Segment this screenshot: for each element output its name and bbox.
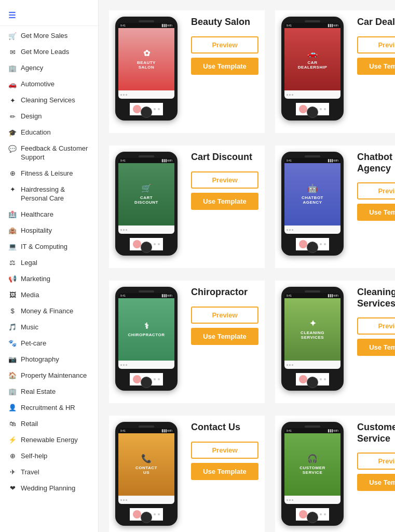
preview-button-cleaning-services[interactable]: Preview	[357, 317, 395, 335]
sidebar-item-get-more-sales[interactable]: 🛒 Get More Sales	[0, 28, 98, 44]
preview-button-beauty-salon[interactable]: Preview	[191, 36, 258, 54]
sidebar-item-education[interactable]: 🎓 Education	[0, 125, 98, 141]
sidebar-item-media[interactable]: 🖼 Media	[0, 287, 98, 303]
phone-icon-customer-service: 🎧	[307, 454, 318, 463]
nav-dot-2	[123, 499, 125, 501]
sidebar-icon-legal: ⚖	[8, 259, 17, 268]
phone-nav-beauty-salon	[118, 90, 174, 99]
use-template-button-chiropractor[interactable]: Use Template	[191, 328, 258, 345]
use-template-button-beauty-salon[interactable]: Use Template	[191, 58, 258, 75]
sidebar-item-agency[interactable]: 🏢 Agency	[0, 60, 98, 76]
phone-content-cart-discount: 🛒 CARTDISCOUNT	[118, 163, 174, 225]
sidebar-icon-automotive: 🚗	[8, 81, 17, 89]
use-template-button-chatbot-agency[interactable]: Use Template	[357, 204, 395, 221]
dot-3	[158, 378, 160, 380]
phone-avatar-beauty-salon	[133, 105, 141, 113]
preview-button-customer-service[interactable]: Preview	[357, 453, 395, 470]
nav-dot-2	[123, 94, 125, 96]
dot-active	[311, 243, 314, 245]
use-template-button-car-dealership[interactable]: Use Template	[357, 58, 395, 75]
nav-dot-1	[120, 499, 122, 501]
preview-button-chiropractor[interactable]: Preview	[191, 307, 258, 324]
sidebar-item-travel[interactable]: ✈ Travel	[0, 464, 98, 481]
sidebar-item-cleaning-services[interactable]: ✦ Cleaning Services	[0, 92, 98, 109]
use-template-button-customer-service[interactable]: Use Template	[357, 474, 395, 491]
phone-statusbar-cleaning-services: 9:41 ▐▐▐ WiFi	[284, 293, 340, 298]
sidebar-label-automotive: Automotive	[21, 80, 90, 89]
sidebar-item-design[interactable]: ✏ Design	[0, 109, 98, 125]
sidebar-item-it-computing[interactable]: 💻 IT & Computing	[0, 239, 98, 255]
template-title-car-dealership: Car Dealership	[357, 17, 395, 28]
card-right-customer-service: Customer Service Preview Use Template	[357, 422, 395, 491]
sidebar-item-recruitment[interactable]: 👤 Recruitment & HR	[0, 400, 98, 416]
card-right-car-dealership: Car Dealership Preview Use Template	[357, 17, 395, 75]
sidebar-item-property[interactable]: 🏠 Property Maintenance	[0, 368, 98, 384]
sidebar-item-renewable[interactable]: ⚡ Renewable Energy	[0, 432, 98, 448]
sidebar-item-money-finance[interactable]: $ Money & Finance	[0, 303, 98, 320]
sidebar-item-self-help[interactable]: ⊕ Self-help	[0, 448, 98, 464]
sidebar-label-money-finance: Money & Finance	[21, 307, 90, 316]
phone-icon-chatbot-agency: 🤖	[307, 183, 318, 193]
sidebar-icon-travel: ✈	[8, 469, 17, 477]
sidebar-item-fitness[interactable]: ⊕ Fitness & Leisure	[0, 166, 98, 182]
sidebar-item-pet-care[interactable]: 🐾 Pet-care	[0, 336, 98, 352]
preview-button-cart-discount[interactable]: Preview	[191, 171, 258, 189]
use-template-button-cleaning-services[interactable]: Use Template	[357, 339, 395, 356]
dot-1	[149, 378, 152, 380]
sidebar-item-healthcare[interactable]: 🏥 Healthcare	[0, 207, 98, 223]
sidebar-icon-agency: 🏢	[8, 64, 17, 73]
template-card-contact-us: 9:41 ▐▐▐ WiFi 📞 CONTACTUS	[109, 416, 265, 532]
sidebar-item-wedding[interactable]: ❤ Wedding Planning	[0, 481, 98, 497]
sidebar-item-hairdressing[interactable]: ✦ Hairdressing & Personal Care	[0, 182, 98, 207]
phone-text-cart-discount: CARTDISCOUNT	[134, 195, 158, 205]
sidebar-item-retail[interactable]: 🛍 Retail	[0, 416, 98, 432]
dot-active	[311, 378, 314, 380]
phone-bottom-beauty-salon	[130, 103, 163, 115]
nav-dot-1	[120, 364, 122, 366]
sidebar-icon-media: 🖼	[8, 291, 17, 300]
sidebar-item-hospitality[interactable]: 🏨 Hospitality	[0, 223, 98, 239]
sidebar-item-feedback[interactable]: 💬 Feedback & Customer Support	[0, 141, 98, 166]
preview-button-car-dealership[interactable]: Preview	[357, 36, 395, 54]
use-template-button-contact-us[interactable]: Use Template	[191, 463, 258, 480]
sidebar-item-get-more-leads[interactable]: ✉ Get More Leads	[0, 44, 98, 60]
phone-icon-beauty-salon: ✿	[143, 48, 150, 58]
dot-3	[324, 243, 326, 245]
phone-wrapper-contact-us: 9:41 ▐▐▐ WiFi 📞 CONTACTUS	[115, 422, 183, 526]
phone-icon-cleaning-services: ✦	[309, 318, 316, 328]
sidebar-item-music[interactable]: 🎵 Music	[0, 320, 98, 336]
dot-3	[158, 243, 160, 245]
phone-icon-car-dealership: 🚗	[307, 48, 318, 58]
sidebar-item-photography[interactable]: 📷 Photography	[0, 352, 98, 368]
phone-screen-cart-discount: 9:41 ▐▐▐ WiFi 🛒 CARTDISCOUNT	[118, 158, 174, 234]
sidebar-icon-real-estate: 🏢	[8, 388, 17, 396]
sidebar-icon-pet-care: 🐾	[8, 340, 17, 348]
preview-button-contact-us[interactable]: Preview	[191, 442, 258, 459]
nav-dot-3	[292, 499, 293, 501]
phone-content-beauty-salon: ✿ BEAUTYSALON	[118, 28, 174, 90]
phone-bottom-car-dealership	[296, 103, 329, 115]
sidebar-label-hairdressing: Hairdressing & Personal Care	[21, 185, 90, 203]
phone-avatar-customer-service	[299, 510, 307, 518]
sidebar-icon-it-computing: 💻	[8, 243, 17, 251]
preview-button-chatbot-agency[interactable]: Preview	[357, 182, 395, 200]
sidebar-label-fitness: Fitness & Leisure	[21, 169, 90, 178]
phone-mockup-car-dealership: 9:41 ▐▐▐ WiFi 🚗 CARDEALERSHIP	[281, 17, 344, 121]
dot-active	[145, 108, 147, 110]
sidebar-all[interactable]: ☰	[0, 5, 98, 26]
phone-text-customer-service: CUSTOMERSERVICE	[299, 466, 325, 475]
template-grid: 9:41 ▐▐▐ WiFi ✿ BEAUTYSALON	[109, 10, 385, 532]
sidebar-item-marketing[interactable]: 📢 Marketing	[0, 271, 98, 287]
dot-active	[311, 513, 314, 515]
phone-bottom-chatbot-agency	[296, 238, 329, 250]
use-template-button-cart-discount[interactable]: Use Template	[191, 193, 258, 210]
phone-wrapper-beauty-salon: 9:41 ▐▐▐ WiFi ✿ BEAUTYSALON	[115, 17, 183, 121]
sidebar-label-it-computing: IT & Computing	[21, 243, 90, 251]
sidebar-item-legal[interactable]: ⚖ Legal	[0, 255, 98, 271]
sidebar-label-photography: Photography	[21, 355, 90, 364]
sidebar-icon-property: 🏠	[8, 372, 17, 380]
sidebar-item-automotive[interactable]: 🚗 Automotive	[0, 76, 98, 92]
nav-dot-2	[289, 499, 291, 501]
sidebar-item-real-estate[interactable]: 🏢 Real Estate	[0, 384, 98, 400]
sidebar-label-get-more-leads: Get More Leads	[21, 48, 90, 57]
